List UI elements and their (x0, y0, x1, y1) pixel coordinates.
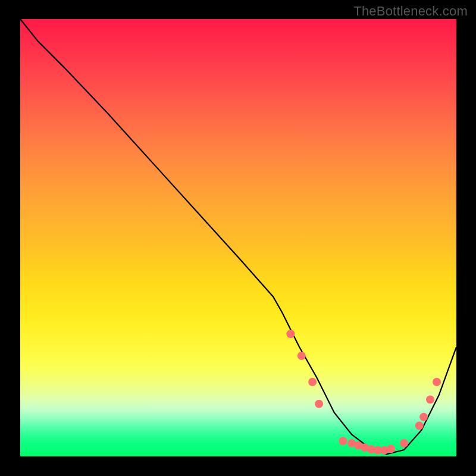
highlight-dot (426, 395, 434, 403)
highlight-dot (315, 400, 323, 408)
bottleneck-curve (20, 19, 456, 454)
highlight-dot (339, 437, 347, 445)
highlight-dots (286, 330, 441, 455)
highlight-dot (308, 378, 317, 386)
chart-svg (20, 19, 456, 456)
highlight-dot (433, 378, 441, 386)
highlight-dot (415, 422, 424, 430)
highlight-dot (387, 445, 395, 453)
highlight-dot (298, 352, 306, 360)
chart-stage: TheBottleneck.com (0, 0, 476, 476)
highlight-dot (419, 413, 428, 421)
highlight-dot (400, 439, 408, 447)
watermark-text: TheBottleneck.com (353, 4, 468, 19)
highlight-dot (286, 330, 295, 338)
plot-area (20, 19, 456, 456)
